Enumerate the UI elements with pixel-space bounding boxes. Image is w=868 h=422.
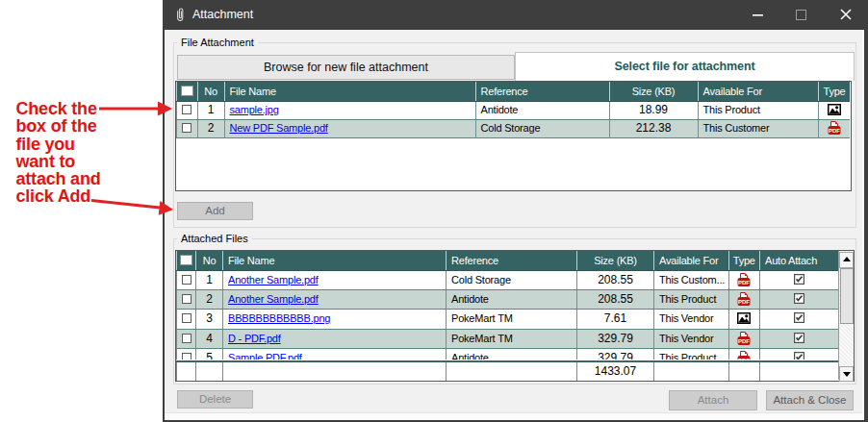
svg-text:PDF: PDF [738,338,750,344]
svg-text:PDF: PDF [829,128,840,134]
svg-text:PDF: PDF [738,280,750,285]
svg-text:PDF: PDF [738,299,750,305]
